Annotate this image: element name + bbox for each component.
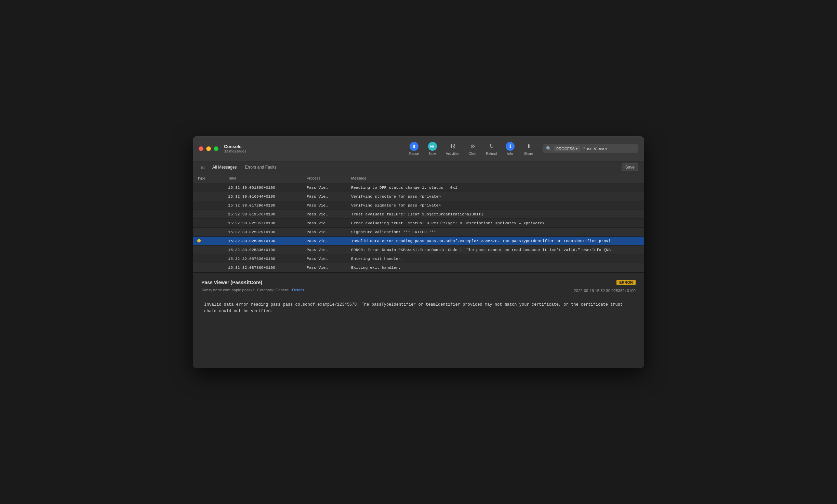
type-cell [193, 222, 224, 224]
time-cell: 15:32:32.087869+0100 [224, 264, 303, 271]
app-subtitle: 33 messages [224, 149, 246, 153]
time-cell: 15:32:30.025389+0100 [224, 238, 303, 244]
error-badge: ERROR [616, 280, 636, 285]
message-cell: Error evaluating trust. Status: 0 Result… [347, 220, 644, 226]
activities-button[interactable]: ⛓ Activities [442, 141, 463, 157]
detail-panel: Pass Viewer (PassKitCore) ERROR Subsyste… [193, 272, 644, 368]
share-label: Share [524, 152, 533, 156]
process-cell: Pass Vie… [303, 193, 347, 200]
message-cell: Signature validation: *** FAILED *** [347, 229, 644, 235]
table-row[interactable]: 15:32:30.001899+0100Pass Vie…Reacting to… [193, 183, 644, 192]
col-time: Time [224, 175, 303, 182]
type-cell [193, 231, 224, 233]
clear-label: Clear [468, 152, 477, 156]
time-cell: 15:32:32.087836+0100 [224, 255, 303, 262]
time-cell: 15:32:30.017296+0100 [224, 202, 303, 209]
table-row[interactable]: 15:32:30.019576+0100Pass Vie…Trust evalu… [193, 210, 644, 219]
details-link[interactable]: Details [292, 288, 304, 292]
detail-title: Pass Viewer (PassKitCore) [201, 280, 262, 285]
log-table: Type Time Process Message 15:32:30.00189… [193, 173, 644, 272]
share-icon: ⬆ [524, 142, 533, 151]
activities-label: Activities [446, 152, 459, 156]
pause-button[interactable]: ⏸ Pause [406, 141, 423, 157]
table-row[interactable]: 15:32:30.025357+0100Pass Vie…Error evalu… [193, 219, 644, 228]
table-row[interactable]: 15:32:30.017296+0100Pass Vie…Verifying s… [193, 201, 644, 210]
activities-icon: ⛓ [448, 142, 457, 151]
table-row[interactable]: 15:32:30.016944+0100Pass Vie…Verifying s… [193, 192, 644, 201]
col-type: Type [193, 175, 224, 182]
message-cell: Verifying signature for pass <private> [347, 202, 644, 209]
type-cell [193, 238, 224, 243]
time-cell: 15:32:30.016944+0100 [224, 193, 303, 200]
info-icon: ℹ [506, 142, 515, 151]
type-cell [193, 249, 224, 251]
toolbar-icons: ⏸ Pause ⏮ Now ⛓ Activities ⊗ Clear ↻ Rel… [406, 141, 537, 157]
app-title: Console 33 messages [224, 144, 246, 153]
table-body: 15:32:30.001899+0100Pass Vie…Reacting to… [193, 183, 644, 272]
type-cell [193, 257, 224, 260]
message-cell: Exiting exit handler. [347, 264, 644, 271]
detail-message: Invalid data error reading pass pass.co.… [201, 299, 636, 317]
table-row[interactable]: 15:32:30.025836+0100Pass Vie…ERROR: Erro… [193, 246, 644, 254]
share-button[interactable]: ⬆ Share [520, 141, 537, 157]
table-row[interactable]: 15:32:32.087869+0100Pass Vie…Exiting exi… [193, 263, 644, 272]
type-cell [193, 195, 224, 197]
process-cell: Pass Vie… [303, 264, 347, 271]
save-button[interactable]: Save [622, 163, 638, 171]
detail-header: Pass Viewer (PassKitCore) ERROR [201, 280, 636, 285]
now-button[interactable]: ⏮ Now [424, 141, 441, 157]
clear-button[interactable]: ⊗ Clear [464, 141, 481, 157]
sidebar-toggle-icon[interactable]: ⊡ [199, 164, 207, 171]
type-cell [193, 213, 224, 215]
col-process: Process [303, 175, 347, 182]
search-area[interactable]: 🔍 PROCESS ▾ Pass Viewer [543, 144, 638, 153]
process-filter-badge[interactable]: PROCESS ▾ [554, 146, 580, 151]
titlebar: Console 33 messages ⏸ Pause ⏮ Now ⛓ Acti… [193, 136, 644, 161]
table-row[interactable]: 15:32:30.025389+0100Pass Vie…Invalid dat… [193, 237, 644, 246]
process-cell: Pass Vie… [303, 220, 347, 226]
process-cell: Pass Vie… [303, 229, 347, 235]
message-cell: ERROR: Error Domain=PKPassKitErrorDomain… [347, 247, 644, 253]
chevron-down-icon: ▾ [576, 146, 578, 151]
reload-label: Reload [486, 152, 497, 156]
time-cell: 15:32:30.025836+0100 [224, 247, 303, 253]
col-message: Message [347, 175, 644, 182]
detail-meta: Subsystem: com.apple.passkit Category: G… [201, 288, 304, 292]
minimize-button[interactable] [206, 146, 211, 151]
info-button[interactable]: ℹ Info [502, 141, 519, 157]
tab-errors-faults[interactable]: Errors and Faults [242, 164, 279, 171]
process-cell: Pass Vie… [303, 211, 347, 217]
message-cell: Trust evaluate failure: [leaf SubjectOrg… [347, 211, 644, 217]
subsystem-text: Subsystem: com.apple.passkit [201, 288, 254, 292]
message-cell: Entering exit handler. [347, 255, 644, 262]
table-row[interactable]: 15:32:32.087836+0100Pass Vie…Entering ex… [193, 254, 644, 263]
category-text: Category: General [257, 288, 289, 292]
reload-icon: ↻ [487, 142, 496, 151]
table-row[interactable]: 15:32:30.025379+0100Pass Vie…Signature v… [193, 228, 644, 237]
time-cell: 15:32:30.025379+0100 [224, 229, 303, 235]
process-cell: Pass Vie… [303, 238, 347, 244]
close-button[interactable] [199, 146, 203, 151]
type-cell [193, 266, 224, 268]
type-cell [193, 186, 224, 188]
maximize-button[interactable] [214, 146, 218, 151]
process-cell: Pass Vie… [303, 184, 347, 191]
toolbar-strip: ⊡ All Messages Errors and Faults Save [193, 161, 644, 173]
table-header: Type Time Process Message [193, 173, 644, 183]
process-cell: Pass Vie… [303, 247, 347, 253]
detail-timestamp: 2022-09-19 15:32:30.025389+0100 [574, 289, 636, 293]
info-label: Info [507, 152, 513, 156]
console-window: Console 33 messages ⏸ Pause ⏮ Now ⛓ Acti… [193, 136, 644, 368]
tab-all-messages[interactable]: All Messages [210, 164, 239, 171]
now-label: Now [429, 152, 436, 156]
pause-icon: ⏸ [410, 142, 418, 151]
error-dot-icon [197, 239, 201, 242]
message-cell: Verifying structure for pass <private> [347, 193, 644, 200]
clear-icon: ⊗ [468, 142, 477, 151]
type-cell [193, 204, 224, 206]
reload-button[interactable]: ↻ Reload [482, 141, 500, 157]
message-cell: Reacting to DFR status change 1. status … [347, 184, 644, 191]
time-cell: 15:32:30.019576+0100 [224, 211, 303, 217]
traffic-lights [199, 146, 218, 151]
time-cell: 15:32:30.025357+0100 [224, 220, 303, 226]
